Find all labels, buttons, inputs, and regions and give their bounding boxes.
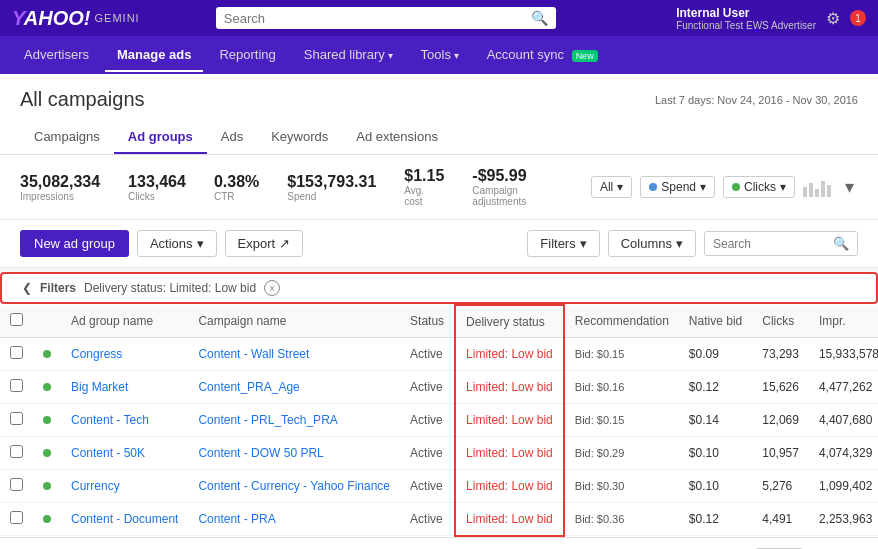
nav-account-sync[interactable]: Account sync New xyxy=(475,39,610,72)
row-checkbox[interactable] xyxy=(10,478,23,491)
status-header xyxy=(33,305,61,338)
nav-advertisers[interactable]: Advertisers xyxy=(12,39,101,72)
row-checkbox[interactable] xyxy=(10,379,23,392)
status-col-header[interactable]: Status xyxy=(400,305,455,338)
clicks-dot xyxy=(732,183,740,191)
row-clicks: 12,069 xyxy=(752,404,809,437)
actions-button[interactable]: Actions ▾ xyxy=(137,230,217,257)
row-clicks: 4,491 xyxy=(752,503,809,536)
search-input[interactable] xyxy=(224,11,531,26)
tab-campaigns[interactable]: Campaigns xyxy=(20,121,114,154)
tab-ads[interactable]: Ads xyxy=(207,121,257,154)
nav-reporting[interactable]: Reporting xyxy=(207,39,287,72)
row-clicks: 73,293 xyxy=(752,338,809,371)
new-badge: New xyxy=(572,50,598,62)
row-delivery-status: Limited: Low bid xyxy=(455,503,564,536)
row-checkbox[interactable] xyxy=(10,346,23,359)
filter-label: Filters xyxy=(40,281,76,295)
tab-keywords[interactable]: Keywords xyxy=(257,121,342,154)
row-status-dot xyxy=(33,404,61,437)
row-clicks: 5,276 xyxy=(752,470,809,503)
row-clicks: 15,626 xyxy=(752,371,809,404)
row-checkbox[interactable] xyxy=(10,511,23,524)
row-status-dot xyxy=(33,338,61,371)
spend-filter[interactable]: Spend ▾ xyxy=(640,176,715,198)
ad-group-name-header[interactable]: Ad group name xyxy=(61,305,188,338)
tab-ad-groups[interactable]: Ad groups xyxy=(114,121,207,154)
table-row: Congress Content - Wall Street Active Li… xyxy=(0,338,878,371)
row-campaign-name: Content - Currency - Yahoo Finance xyxy=(188,470,400,503)
date-range: Last 7 days: Nov 24, 2016 - Nov 30, 2016 xyxy=(655,94,858,106)
row-delivery-status: Limited: Low bid xyxy=(455,371,564,404)
settings-icon[interactable]: ⚙ xyxy=(826,9,840,28)
row-campaign-name: Content - PRL_Tech_PRA xyxy=(188,404,400,437)
new-ad-group-button[interactable]: New ad group xyxy=(20,230,129,257)
toolbar-right: Filters ▾ Columns ▾ 🔍 xyxy=(527,230,858,257)
row-impressions: 1,099,402 xyxy=(809,470,878,503)
chart-controls: All ▾ Spend ▾ Clicks ▾ ▾ xyxy=(591,174,858,200)
row-recommendation: Bid: $0.30 xyxy=(564,470,679,503)
filter-close-icon[interactable]: × xyxy=(264,280,280,296)
table-search-input[interactable] xyxy=(713,237,833,251)
search-bar: 🔍 xyxy=(216,7,556,29)
row-checkbox[interactable] xyxy=(10,445,23,458)
export-button[interactable]: Export ↗ xyxy=(225,230,304,257)
row-checkbox-cell xyxy=(0,338,33,371)
expand-chart-button[interactable]: ▾ xyxy=(841,174,858,200)
row-delivery-status: Limited: Low bid xyxy=(455,470,564,503)
table-row: Big Market Content_PRA_Age Active Limite… xyxy=(0,371,878,404)
filter-chevron-icon[interactable]: ❮ xyxy=(22,281,32,295)
row-impressions: 4,407,680 xyxy=(809,404,878,437)
tabs-bar: Campaigns Ad groups Ads Keywords Ad exte… xyxy=(20,121,858,154)
row-campaign-name: Content - PRA xyxy=(188,503,400,536)
user-sub: Functional Test EWS Advertiser xyxy=(676,20,816,31)
row-delivery-status: Limited: Low bid xyxy=(455,437,564,470)
row-clicks: 10,957 xyxy=(752,437,809,470)
tab-ad-extensions[interactable]: Ad extensions xyxy=(342,121,452,154)
row-ad-group-name: Content - Tech xyxy=(61,404,188,437)
stat-ctr: 0.38% CTR xyxy=(214,173,259,202)
row-ad-group-name: Content - 50K xyxy=(61,437,188,470)
row-recommendation: Bid: $0.15 xyxy=(564,338,679,371)
impressions-header[interactable]: Impr. xyxy=(809,305,878,338)
spend-dropdown-icon: ▾ xyxy=(700,180,706,194)
row-native-bid: $0.10 xyxy=(679,470,752,503)
all-filter[interactable]: All ▾ xyxy=(591,176,632,198)
native-bid-header[interactable]: Native bid xyxy=(679,305,752,338)
filters-button[interactable]: Filters ▾ xyxy=(527,230,599,257)
row-status-dot xyxy=(33,437,61,470)
row-status-dot xyxy=(33,503,61,536)
actions-dropdown-icon: ▾ xyxy=(197,236,204,251)
notification-badge[interactable]: 1 xyxy=(850,10,866,26)
nav-manage-ads[interactable]: Manage ads xyxy=(105,39,203,72)
row-checkbox-cell xyxy=(0,503,33,536)
top-nav-right: Internal User Functional Test EWS Advert… xyxy=(676,6,866,31)
clicks-header[interactable]: Clicks xyxy=(752,305,809,338)
nav-tools[interactable]: Tools xyxy=(409,39,471,72)
delivery-status-header[interactable]: Delivery status xyxy=(455,305,564,338)
search-icon: 🔍 xyxy=(531,10,548,26)
row-recommendation: Bid: $0.15 xyxy=(564,404,679,437)
stat-spend: $153,793.31 Spend xyxy=(287,173,376,202)
data-table: Ad group name Campaign name Status Deliv… xyxy=(0,304,878,537)
yahoo-logo: YAHOO! xyxy=(12,7,91,30)
all-label: All xyxy=(600,180,613,194)
row-checkbox-cell xyxy=(0,404,33,437)
columns-button[interactable]: Columns ▾ xyxy=(608,230,696,257)
row-campaign-name: Content_PRA_Age xyxy=(188,371,400,404)
select-all-checkbox[interactable] xyxy=(10,313,23,326)
nav-shared-library[interactable]: Shared library xyxy=(292,39,405,72)
row-checkbox[interactable] xyxy=(10,412,23,425)
row-checkbox-cell xyxy=(0,437,33,470)
row-status-dot xyxy=(33,371,61,404)
campaign-name-header[interactable]: Campaign name xyxy=(188,305,400,338)
row-ad-group-name: Congress xyxy=(61,338,188,371)
recommendation-header[interactable]: Recommendation xyxy=(564,305,679,338)
secondary-navigation: Advertisers Manage ads Reporting Shared … xyxy=(0,36,878,74)
gemini-brand: GEMINI xyxy=(95,12,140,24)
filter-row: ❮ Filters Delivery status: Limited: Low … xyxy=(0,272,878,304)
stat-impressions: 35,082,334 Impressions xyxy=(20,173,100,202)
row-ad-group-name: Big Market xyxy=(61,371,188,404)
clicks-filter[interactable]: Clicks ▾ xyxy=(723,176,795,198)
spend-dot xyxy=(649,183,657,191)
